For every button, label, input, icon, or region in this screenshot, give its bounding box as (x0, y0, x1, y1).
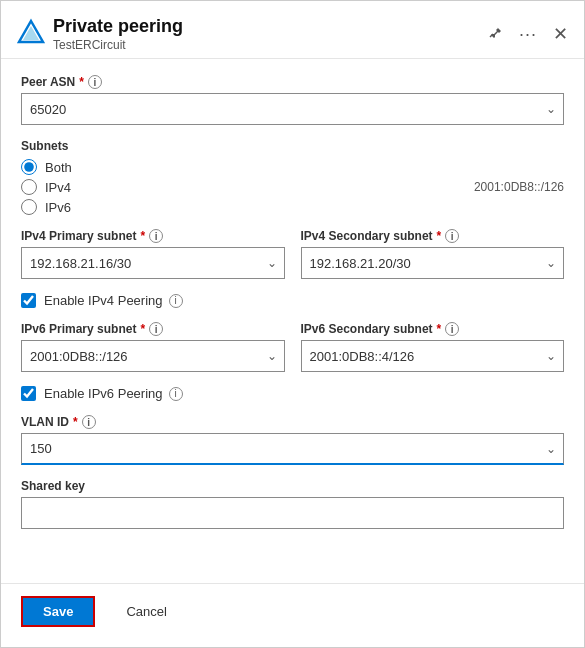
ipv6-primary-select-wrapper: 2001:0DB8::/126 ⌄ (21, 340, 285, 372)
peer-asn-select-wrapper: 65020 ⌄ (21, 93, 564, 125)
enable-ipv4-checkbox[interactable] (21, 293, 36, 308)
required-star: * (79, 75, 84, 89)
ipv4-secondary-group: IPv4 Secondary subnet * i 192.168.21.20/… (301, 229, 565, 279)
subnet-ipv4-label[interactable]: IPv4 (21, 179, 71, 195)
vlan-id-select-wrapper: 150 ⌄ (21, 433, 564, 465)
subnet-ipv4-text: IPv4 (45, 180, 71, 195)
enable-ipv6-checkbox[interactable] (21, 386, 36, 401)
panel-body: Peer ASN * i 65020 ⌄ Subnets Both (1, 59, 584, 583)
ipv6-secondary-select-wrapper: 2001:0DB8::4/126 ⌄ (301, 340, 565, 372)
peer-asn-label: Peer ASN * i (21, 75, 564, 89)
title-block: Private peering TestERCircuit (53, 15, 475, 52)
ipv4-primary-label: IPv4 Primary subnet * i (21, 229, 285, 243)
subnet-both-label[interactable]: Both (21, 159, 72, 175)
ipv4-primary-select[interactable]: 192.168.21.16/30 (21, 247, 285, 279)
enable-ipv6-info-icon[interactable]: i (169, 387, 183, 401)
ipv6-secondary-label: IPv6 Secondary subnet * i (301, 322, 565, 336)
vlan-id-select[interactable]: 150 (21, 433, 564, 465)
panel-footer: Save Cancel (1, 583, 584, 647)
enable-ipv6-label[interactable]: Enable IPv6 Peering i (44, 386, 183, 401)
subnet-ipv4-radio[interactable] (21, 179, 37, 195)
subnet-ipv4-row: IPv4 2001:0DB8::/126 (21, 179, 564, 195)
ipv4-secondary-info-icon[interactable]: i (445, 229, 459, 243)
subnet-ipv6-label[interactable]: IPv6 (21, 199, 71, 215)
vlan-id-required: * (73, 415, 78, 429)
ipv4-secondary-select-wrapper: 192.168.21.20/30 ⌄ (301, 247, 565, 279)
enable-ipv4-row: Enable IPv4 Peering i (21, 293, 564, 308)
close-button[interactable]: ✕ (553, 23, 568, 45)
app-logo (17, 18, 45, 49)
panel-header: Private peering TestERCircuit ··· ✕ (1, 1, 584, 59)
save-button[interactable]: Save (21, 596, 95, 627)
ipv6-primary-info-icon[interactable]: i (149, 322, 163, 336)
ipv4-subnets-row: IPv4 Primary subnet * i 192.168.21.16/30… (21, 229, 564, 279)
ipv4-secondary-required: * (437, 229, 442, 243)
subnets-radio-group: Both IPv4 2001:0DB8::/126 IPv6 (21, 159, 564, 215)
ipv6-subnets-row: IPv6 Primary subnet * i 2001:0DB8::/126 … (21, 322, 564, 372)
peer-asn-select[interactable]: 65020 (21, 93, 564, 125)
ipv6-primary-required: * (140, 322, 145, 336)
ipv4-secondary-select[interactable]: 192.168.21.20/30 (301, 247, 565, 279)
ipv4-primary-required: * (140, 229, 145, 243)
vlan-id-info-icon[interactable]: i (82, 415, 96, 429)
panel-subtitle: TestERCircuit (53, 38, 475, 52)
enable-ipv6-row: Enable IPv6 Peering i (21, 386, 564, 401)
ipv4-primary-info-icon[interactable]: i (149, 229, 163, 243)
shared-key-label: Shared key (21, 479, 564, 493)
subnet-ipv6-row: IPv6 (21, 199, 564, 215)
subnet-ipv6-text: IPv6 (45, 200, 71, 215)
pin-icon[interactable] (483, 22, 507, 46)
private-peering-panel: Private peering TestERCircuit ··· ✕ Peer… (0, 0, 585, 648)
ipv6-primary-select[interactable]: 2001:0DB8::/126 (21, 340, 285, 372)
header-actions: ··· ✕ (483, 22, 568, 46)
peer-asn-info-icon[interactable]: i (88, 75, 102, 89)
subnet-ipv6-radio[interactable] (21, 199, 37, 215)
peer-asn-group: Peer ASN * i 65020 ⌄ (21, 75, 564, 125)
ipv6-secondary-group: IPv6 Secondary subnet * i 2001:0DB8::4/1… (301, 322, 565, 372)
ipv6-primary-label: IPv6 Primary subnet * i (21, 322, 285, 336)
vlan-id-group: VLAN ID * i 150 ⌄ (21, 415, 564, 465)
ipv6-secondary-info-icon[interactable]: i (445, 322, 459, 336)
enable-ipv4-label[interactable]: Enable IPv4 Peering i (44, 293, 183, 308)
shared-key-group: Shared key (21, 479, 564, 529)
subnet-both-radio[interactable] (21, 159, 37, 175)
subnet-both-text: Both (45, 160, 72, 175)
ipv6-primary-group: IPv6 Primary subnet * i 2001:0DB8::/126 … (21, 322, 285, 372)
subnets-label: Subnets (21, 139, 564, 153)
vlan-id-label: VLAN ID * i (21, 415, 564, 429)
ipv4-primary-select-wrapper: 192.168.21.16/30 ⌄ (21, 247, 285, 279)
ipv4-secondary-label: IPv4 Secondary subnet * i (301, 229, 565, 243)
cancel-button[interactable]: Cancel (105, 597, 187, 626)
ipv4-hint-text: 2001:0DB8::/126 (474, 180, 564, 194)
ipv6-secondary-required: * (437, 322, 442, 336)
more-icon[interactable]: ··· (515, 23, 541, 45)
svg-line-2 (490, 34, 493, 37)
enable-ipv4-info-icon[interactable]: i (169, 294, 183, 308)
subnets-group: Subnets Both IPv4 2001:0DB8::/126 (21, 139, 564, 215)
ipv4-primary-group: IPv4 Primary subnet * i 192.168.21.16/30… (21, 229, 285, 279)
ipv6-secondary-select[interactable]: 2001:0DB8::4/126 (301, 340, 565, 372)
shared-key-input[interactable] (21, 497, 564, 529)
subnet-both-row: Both (21, 159, 564, 175)
panel-title: Private peering (53, 15, 475, 38)
